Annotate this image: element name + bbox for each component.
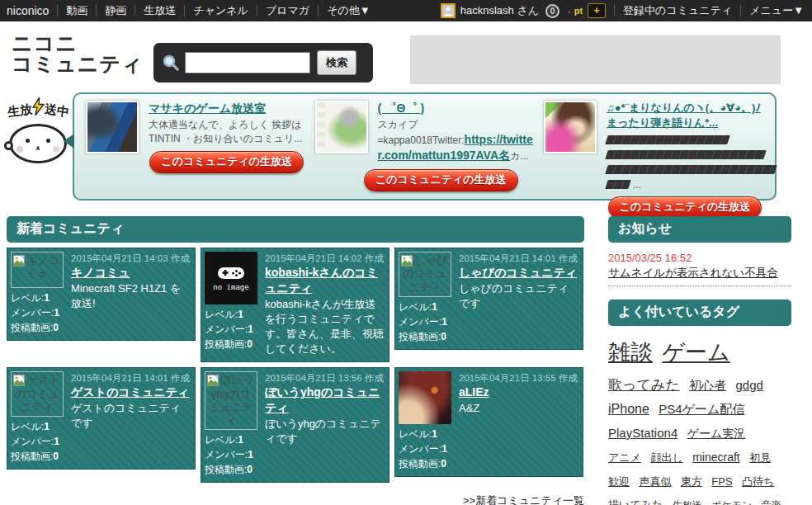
community-thumbnail[interactable]: [86, 101, 139, 153]
nav-live[interactable]: 生放送: [135, 0, 184, 21]
tag-link[interactable]: 東方: [681, 475, 702, 488]
tag-link[interactable]: アニメ: [608, 451, 641, 464]
redacted-text-block: [605, 150, 767, 159]
community-title-link[interactable]: キノコミュ: [71, 266, 130, 279]
live-community-card: マサキのゲーム放送室 大体適当なんで、よろしく 挨拶は TINTIN ・お知り合…: [81, 101, 310, 192]
tag-link[interactable]: 声真似: [639, 475, 671, 488]
person-icon: [442, 5, 454, 17]
user-name[interactable]: hacknslash さん: [460, 3, 539, 18]
live-mascot: 生放 送中 ∧: [3, 97, 73, 175]
community-thumbnail[interactable]: ゲストのコミュニティ: [11, 371, 64, 417]
community-title-link[interactable]: aLIEz: [459, 385, 489, 399]
tag-cloud: 雑談 ゲーム 歌ってみた 初心者 gdgd iPhone PS4ゲーム配信 Pl…: [608, 333, 791, 505]
tag-link[interactable]: 顔出し: [650, 451, 682, 464]
menu-dropdown[interactable]: メニュー▼: [741, 0, 812, 21]
tag-link[interactable]: FPS: [711, 475, 732, 488]
tag-link[interactable]: 雑談: [608, 340, 653, 365]
lightning-bolt-icon: [32, 97, 45, 116]
community-live-button[interactable]: このコミュニティの生放送: [149, 151, 304, 173]
tag-link[interactable]: gdgd: [736, 378, 763, 392]
community-card[interactable]: レベル:1 メンバー:1 投稿動画:0 2015年04月21日 13:55 作成…: [394, 367, 583, 477]
mascot-cheek: [17, 146, 23, 153]
niconico-logo-link[interactable]: niconico: [0, 0, 57, 21]
community-title-link[interactable]: kobashi-kさんのコミュニティ: [265, 266, 378, 295]
tag-link[interactable]: ゲーム: [662, 340, 729, 365]
community-thumbnail[interactable]: [315, 101, 368, 153]
notice-date: 2015/03/25 16:52: [608, 252, 791, 264]
user-area: hacknslash さん 0 - pt + 登録中のコミュニティ メニュー▼: [441, 0, 812, 21]
community-thumbnail[interactable]: キノコミュ: [11, 252, 64, 288]
tag-link[interactable]: 初心者: [689, 378, 726, 392]
created-date: 2015年04月21日 14:01 作成: [71, 372, 191, 385]
mascot-eye: [46, 139, 50, 143]
community-description: Minecraft SF2 H1Z1 を放送!: [71, 281, 191, 311]
live-community-card: ♫●*¨まりなりんのヽ(。◕∀◕。)ﾉまったり弾き語りん*... ... このコ…: [539, 101, 768, 192]
search-input[interactable]: [185, 52, 310, 73]
broken-image-icon: [207, 375, 219, 386]
no-image-label: no image: [213, 283, 248, 291]
tag-link[interactable]: 音楽: [762, 499, 781, 505]
community-card[interactable]: ぼいうyhgのコミュニティ レベル:1 メンバー:1 投稿動画:0 2015年0…: [201, 367, 389, 483]
registered-communities-link[interactable]: 登録中のコミュニティ: [615, 0, 740, 21]
search-button[interactable]: 検索: [317, 50, 356, 75]
nav-seiga[interactable]: 静画: [97, 0, 135, 21]
add-points-button[interactable]: +: [588, 3, 606, 18]
community-description: A&Z: [459, 401, 578, 416]
live-badge-text-right: 送中: [44, 102, 70, 118]
community-live-button[interactable]: このコミュニティの生放送: [364, 169, 518, 191]
community-thumbnail[interactable]: しゃびのコミュニティ: [399, 252, 451, 297]
tag-link[interactable]: 凸待ち: [742, 475, 774, 488]
community-card[interactable]: キノコミュ レベル:1 メンバー:1 投稿動画:0 2015年04月21日 14…: [7, 248, 196, 341]
mascot-face: ∧: [9, 124, 67, 163]
community-stats: レベル:1 メンバー:1 投稿動画:0: [11, 290, 65, 335]
tag-link[interactable]: 描いてみた: [608, 498, 663, 505]
notice-link[interactable]: サムネイルが表示されない不具合: [608, 266, 791, 286]
tag-link[interactable]: ポケモン: [711, 499, 752, 505]
description-text: =kappa0018Twitter:: [378, 135, 465, 146]
nav-other-menu[interactable]: その他▼: [319, 0, 378, 21]
community-card[interactable]: しゃびのコミュニティ レベル:1 メンバー:1 投稿動画:0 2015年04月2…: [394, 248, 583, 350]
created-date: 2015年04月21日 14:02 作成: [265, 252, 385, 265]
nav-video[interactable]: 動画: [58, 0, 96, 21]
tag-link[interactable]: 生放送: [673, 499, 702, 505]
nicocommunity-logo[interactable]: ニコニ コミュニティ: [12, 33, 144, 74]
tag-link[interactable]: PlayStation4: [608, 426, 677, 440]
community-card[interactable]: ゲストのコミュニティ レベル:1 メンバー:1 投稿動画:0 2015年04月2…: [7, 367, 196, 470]
community-title-link[interactable]: ぼいうyhgのコミュニティ: [265, 385, 380, 414]
avatar[interactable]: [441, 3, 456, 18]
created-date: 2015年04月21日 14:01 作成: [459, 252, 578, 265]
nav-blomaga[interactable]: ブロマガ: [257, 0, 318, 21]
live-community-title-link[interactable]: マサキのゲーム放送室: [149, 101, 266, 115]
live-community-title-link[interactable]: ♫●*¨まりなりんのヽ(。◕∀◕。)ﾉまったり弾き語りん*...: [607, 101, 763, 130]
community-card[interactable]: no image レベル:1 メンバー:1 投稿動画:0 2015年04月21日…: [201, 248, 389, 362]
created-date: 2015年04月21日 13:55 作成: [459, 372, 578, 385]
live-community-card: ( ゜Θ゜ ) スカイプ =kappa0018Twitter:https://t…: [310, 101, 540, 192]
points-unit: pt: [574, 6, 583, 16]
tag-link[interactable]: 歌ってみた: [608, 377, 680, 393]
community-title-link[interactable]: ゲストのコミュニティ: [71, 385, 189, 399]
nav-channel[interactable]: チャンネル: [185, 0, 257, 21]
community-stats: レベル:1 メンバー:1 投稿動画:0: [205, 307, 259, 352]
notification-badge[interactable]: 0: [545, 4, 559, 18]
community-thumbnail[interactable]: no image: [205, 252, 257, 304]
live-community-title-link[interactable]: ( ゜Θ゜ ): [378, 101, 425, 115]
tag-link[interactable]: PS4ゲーム配信: [659, 402, 744, 416]
live-community-description: スカイプ =kappa0018Twitter:https://twitter.c…: [378, 118, 535, 164]
community-thumbnail[interactable]: ぼいうyhgのコミュニティ: [205, 371, 257, 430]
site-header: ニコニ コミュニティ 検索: [0, 21, 812, 92]
tag-link[interactable]: iPhone: [608, 402, 649, 416]
tag-link[interactable]: ゲーム実況: [687, 427, 746, 440]
sidebar: お知らせ 2015/03/25 16:52 サムネイルが表示されない不具合 よく…: [608, 216, 791, 505]
community-thumbnail[interactable]: [399, 371, 451, 424]
created-date: 2015年04月21日 13:56 作成: [265, 372, 385, 385]
tag-link[interactable]: 歓迎: [608, 475, 630, 488]
community-description: kobashi-kさんが生放送を行うコミュニティです。皆さん、是非、視聴してくだ…: [265, 297, 385, 357]
community-thumbnail[interactable]: [544, 101, 597, 153]
tag-link[interactable]: minecraft: [692, 451, 740, 464]
mascot-cheek: [53, 146, 59, 153]
new-communities-list-link[interactable]: >>新着コミュニティ一覧: [463, 494, 584, 505]
community-title-link[interactable]: しゃびのコミュニティ: [459, 266, 577, 279]
tag-link[interactable]: 初見: [749, 451, 771, 464]
created-date: 2015年04月21日 14:03 作成: [71, 252, 191, 265]
community-stats: レベル:1 メンバー:1 投稿動画:0: [205, 432, 259, 477]
